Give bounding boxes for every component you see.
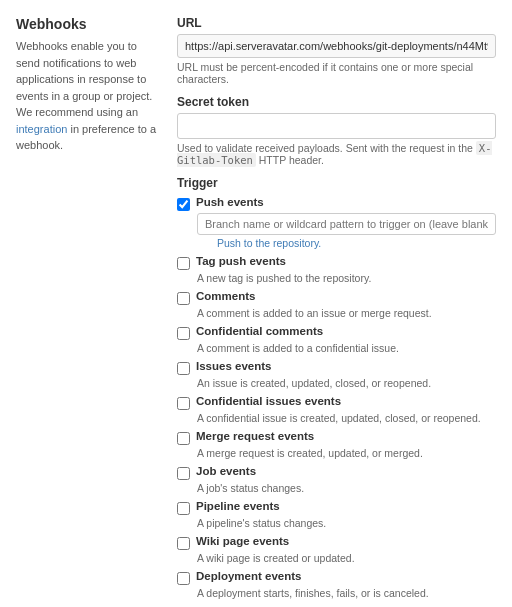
comments-checkbox[interactable] (177, 292, 190, 305)
secret-token-label: Secret token (177, 95, 496, 109)
issues-checkbox[interactable] (177, 362, 190, 375)
issues-desc: An issue is created, updated, closed, or… (197, 377, 496, 389)
event-comments-row: Comments (177, 290, 496, 305)
url-section: URL URL must be percent-encoded if it co… (177, 16, 496, 85)
comments-label[interactable]: Comments (196, 290, 255, 302)
sidebar: Webhooks Webhooks enable you to send not… (16, 16, 161, 607)
pipeline-checkbox[interactable] (177, 502, 190, 515)
event-issues-row: Issues events (177, 360, 496, 375)
branch-input[interactable] (197, 213, 496, 235)
secret-token-input[interactable] (177, 113, 496, 139)
confidential-comments-label[interactable]: Confidential comments (196, 325, 323, 337)
push-events-label[interactable]: Push events (196, 196, 264, 208)
confidential-comments-checkbox[interactable] (177, 327, 190, 340)
wiki-page-label[interactable]: Wiki page events (196, 535, 289, 547)
wiki-page-checkbox[interactable] (177, 537, 190, 550)
url-label: URL (177, 16, 496, 30)
event-conf-comments-row: Confidential comments (177, 325, 496, 340)
deployment-checkbox[interactable] (177, 572, 190, 585)
wiki-page-desc: A wiki page is created or updated. (197, 552, 496, 564)
tag-push-desc: A new tag is pushed to the repository. (197, 272, 496, 284)
url-hint: URL must be percent-encoded if it contai… (177, 61, 496, 85)
branch-hint: Push to the repository. (217, 237, 496, 249)
event-wiki-row: Wiki page events (177, 535, 496, 550)
confidential-issues-desc: A confidential issue is created, updated… (197, 412, 496, 424)
event-merge-row: Merge request events (177, 430, 496, 445)
merge-request-desc: A merge request is created, updated, or … (197, 447, 496, 459)
event-tag-push-row: Tag push events (177, 255, 496, 270)
pipeline-desc: A pipeline's status changes. (197, 517, 496, 529)
merge-request-checkbox[interactable] (177, 432, 190, 445)
deployment-label[interactable]: Deployment events (196, 570, 301, 582)
event-pipeline-row: Pipeline events (177, 500, 496, 515)
event-job-row: Job events (177, 465, 496, 480)
sidebar-title: Webhooks (16, 16, 161, 32)
trigger-label: Trigger (177, 176, 496, 190)
comments-desc: A comment is added to an issue or merge … (197, 307, 496, 319)
deployment-desc: A deployment starts, finishes, fails, or… (197, 587, 496, 599)
secret-token-hint: Used to validate received payloads. Sent… (177, 142, 496, 166)
tag-push-checkbox[interactable] (177, 257, 190, 270)
trigger-section: Trigger Push events Push to the reposito… (177, 176, 496, 607)
secret-token-section: Secret token Used to validate received p… (177, 95, 496, 166)
confidential-comments-desc: A comment is added to a confidential iss… (197, 342, 496, 354)
job-desc: A job's status changes. (197, 482, 496, 494)
event-conf-issues-row: Confidential issues events (177, 395, 496, 410)
confidential-issues-label[interactable]: Confidential issues events (196, 395, 341, 407)
event-push-row: Push events (177, 196, 496, 211)
url-input[interactable] (177, 34, 496, 58)
pipeline-label[interactable]: Pipeline events (196, 500, 280, 512)
main-content: URL URL must be percent-encoded if it co… (177, 16, 496, 607)
event-deployment-row: Deployment events (177, 570, 496, 585)
sidebar-description: Webhooks enable you to send notification… (16, 38, 161, 154)
issues-label[interactable]: Issues events (196, 360, 271, 372)
job-checkbox[interactable] (177, 467, 190, 480)
tag-push-label[interactable]: Tag push events (196, 255, 286, 267)
push-branch-block: Push to the repository. (197, 213, 496, 249)
integration-link[interactable]: integration (16, 123, 67, 135)
confidential-issues-checkbox[interactable] (177, 397, 190, 410)
merge-request-label[interactable]: Merge request events (196, 430, 314, 442)
job-label[interactable]: Job events (196, 465, 256, 477)
push-events-checkbox[interactable] (177, 198, 190, 211)
